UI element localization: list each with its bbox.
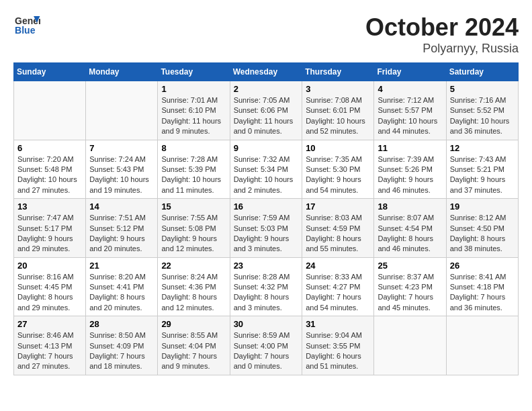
svg-text:Blue: Blue xyxy=(15,25,36,36)
day-number: 28 xyxy=(89,319,154,329)
calendar-cell: 12Sunrise: 7:43 AM Sunset: 5:21 PM Dayli… xyxy=(446,140,518,199)
calendar-cell: 21Sunrise: 8:20 AM Sunset: 4:41 PM Dayli… xyxy=(86,257,158,316)
day-number: 19 xyxy=(450,201,515,212)
calendar-cell: 3Sunrise: 7:08 AM Sunset: 6:01 PM Daylig… xyxy=(302,81,374,140)
day-number: 11 xyxy=(378,143,442,153)
day-info: Sunrise: 9:04 AM Sunset: 3:55 PM Dayligh… xyxy=(306,330,370,372)
calendar-cell xyxy=(14,81,86,140)
calendar-week-5: 27Sunrise: 8:46 AM Sunset: 4:13 PM Dayli… xyxy=(14,316,519,375)
calendar-cell: 18Sunrise: 8:07 AM Sunset: 4:54 PM Dayli… xyxy=(374,199,446,258)
day-number: 10 xyxy=(306,143,370,153)
day-info: Sunrise: 7:39 AM Sunset: 5:26 PM Dayligh… xyxy=(378,154,442,196)
day-info: Sunrise: 7:55 AM Sunset: 5:08 PM Dayligh… xyxy=(161,213,226,255)
calendar-cell: 15Sunrise: 7:55 AM Sunset: 5:08 PM Dayli… xyxy=(158,199,230,258)
day-info: Sunrise: 7:05 AM Sunset: 6:06 PM Dayligh… xyxy=(234,95,299,137)
calendar-cell: 14Sunrise: 7:51 AM Sunset: 5:12 PM Dayli… xyxy=(86,199,158,258)
calendar-cell: 27Sunrise: 8:46 AM Sunset: 4:13 PM Dayli… xyxy=(14,316,86,375)
weekday-header-friday: Friday xyxy=(374,63,446,81)
location-title: Polyarnyy, Russia xyxy=(365,42,519,56)
day-info: Sunrise: 8:41 AM Sunset: 4:18 PM Dayligh… xyxy=(450,272,515,314)
page-header: General Blue General Blue October 2024 P… xyxy=(13,13,519,56)
day-info: Sunrise: 8:03 AM Sunset: 4:59 PM Dayligh… xyxy=(306,213,370,255)
day-info: Sunrise: 8:12 AM Sunset: 4:50 PM Dayligh… xyxy=(450,213,515,255)
day-number: 7 xyxy=(89,143,154,153)
day-info: Sunrise: 8:16 AM Sunset: 4:45 PM Dayligh… xyxy=(17,272,82,314)
logo: General Blue General Blue xyxy=(13,13,42,37)
calendar-cell: 24Sunrise: 8:33 AM Sunset: 4:27 PM Dayli… xyxy=(302,257,374,316)
calendar-cell: 29Sunrise: 8:55 AM Sunset: 4:04 PM Dayli… xyxy=(158,316,230,375)
calendar-week-1: 1Sunrise: 7:01 AM Sunset: 6:10 PM Daylig… xyxy=(14,81,519,140)
calendar-cell: 4Sunrise: 7:12 AM Sunset: 5:57 PM Daylig… xyxy=(374,81,446,140)
weekday-header-wednesday: Wednesday xyxy=(230,63,302,81)
day-number: 27 xyxy=(17,319,82,329)
day-info: Sunrise: 8:20 AM Sunset: 4:41 PM Dayligh… xyxy=(89,272,154,314)
calendar-header: SundayMondayTuesdayWednesdayThursdayFrid… xyxy=(14,63,519,81)
calendar-cell: 5Sunrise: 7:16 AM Sunset: 5:52 PM Daylig… xyxy=(446,81,518,140)
calendar-cell: 22Sunrise: 8:24 AM Sunset: 4:36 PM Dayli… xyxy=(158,257,230,316)
day-info: Sunrise: 8:24 AM Sunset: 4:36 PM Dayligh… xyxy=(161,272,226,314)
calendar-cell: 13Sunrise: 7:47 AM Sunset: 5:17 PM Dayli… xyxy=(14,199,86,258)
day-info: Sunrise: 7:28 AM Sunset: 5:39 PM Dayligh… xyxy=(161,154,226,196)
day-number: 2 xyxy=(234,84,299,94)
calendar-week-3: 13Sunrise: 7:47 AM Sunset: 5:17 PM Dayli… xyxy=(14,199,519,258)
day-number: 25 xyxy=(378,261,442,271)
day-number: 4 xyxy=(378,84,442,94)
calendar-cell: 26Sunrise: 8:41 AM Sunset: 4:18 PM Dayli… xyxy=(446,257,518,316)
day-number: 14 xyxy=(89,201,154,212)
calendar-cell: 25Sunrise: 8:37 AM Sunset: 4:23 PM Dayli… xyxy=(374,257,446,316)
calendar-cell xyxy=(446,316,518,375)
day-number: 23 xyxy=(234,261,299,271)
day-number: 31 xyxy=(306,319,370,329)
day-number: 26 xyxy=(450,261,515,271)
day-info: Sunrise: 8:28 AM Sunset: 4:32 PM Dayligh… xyxy=(234,272,299,314)
day-number: 16 xyxy=(234,201,299,212)
month-title: October 2024 xyxy=(365,13,519,42)
weekday-header-saturday: Saturday xyxy=(446,63,518,81)
calendar-table: SundayMondayTuesdayWednesdayThursdayFrid… xyxy=(13,62,519,375)
day-info: Sunrise: 7:43 AM Sunset: 5:21 PM Dayligh… xyxy=(450,154,515,196)
calendar-cell: 17Sunrise: 8:03 AM Sunset: 4:59 PM Dayli… xyxy=(302,199,374,258)
calendar-cell: 19Sunrise: 8:12 AM Sunset: 4:50 PM Dayli… xyxy=(446,199,518,258)
day-number: 21 xyxy=(89,261,154,271)
calendar-cell: 30Sunrise: 8:59 AM Sunset: 4:00 PM Dayli… xyxy=(230,316,302,375)
day-info: Sunrise: 7:01 AM Sunset: 6:10 PM Dayligh… xyxy=(161,95,226,137)
calendar-cell: 1Sunrise: 7:01 AM Sunset: 6:10 PM Daylig… xyxy=(158,81,230,140)
weekday-header-sunday: Sunday xyxy=(14,63,86,81)
day-number: 30 xyxy=(234,319,299,329)
calendar-cell: 28Sunrise: 8:50 AM Sunset: 4:09 PM Dayli… xyxy=(86,316,158,375)
day-info: Sunrise: 8:55 AM Sunset: 4:04 PM Dayligh… xyxy=(161,330,226,372)
calendar-cell: 2Sunrise: 7:05 AM Sunset: 6:06 PM Daylig… xyxy=(230,81,302,140)
weekday-header-monday: Monday xyxy=(86,63,158,81)
day-info: Sunrise: 8:37 AM Sunset: 4:23 PM Dayligh… xyxy=(378,272,442,314)
day-number: 22 xyxy=(161,261,226,271)
day-info: Sunrise: 7:51 AM Sunset: 5:12 PM Dayligh… xyxy=(89,213,154,255)
calendar-cell xyxy=(374,316,446,375)
calendar-cell: 9Sunrise: 7:32 AM Sunset: 5:34 PM Daylig… xyxy=(230,140,302,199)
day-info: Sunrise: 8:59 AM Sunset: 4:00 PM Dayligh… xyxy=(234,330,299,372)
day-number: 9 xyxy=(234,143,299,153)
calendar-cell: 23Sunrise: 8:28 AM Sunset: 4:32 PM Dayli… xyxy=(230,257,302,316)
day-info: Sunrise: 7:12 AM Sunset: 5:57 PM Dayligh… xyxy=(378,95,442,137)
calendar-cell: 31Sunrise: 9:04 AM Sunset: 3:55 PM Dayli… xyxy=(302,316,374,375)
weekday-header-thursday: Thursday xyxy=(302,63,374,81)
day-info: Sunrise: 7:16 AM Sunset: 5:52 PM Dayligh… xyxy=(450,95,515,137)
day-number: 18 xyxy=(378,201,442,212)
day-number: 5 xyxy=(450,84,515,94)
day-number: 12 xyxy=(450,143,515,153)
day-info: Sunrise: 7:20 AM Sunset: 5:48 PM Dayligh… xyxy=(17,154,82,196)
day-number: 17 xyxy=(306,201,370,212)
day-info: Sunrise: 7:24 AM Sunset: 5:43 PM Dayligh… xyxy=(89,154,154,196)
day-number: 6 xyxy=(17,143,82,153)
title-block: October 2024 Polyarnyy, Russia xyxy=(365,13,519,56)
day-info: Sunrise: 8:33 AM Sunset: 4:27 PM Dayligh… xyxy=(306,272,370,314)
day-number: 13 xyxy=(17,201,82,212)
day-number: 3 xyxy=(306,84,370,94)
calendar-cell: 7Sunrise: 7:24 AM Sunset: 5:43 PM Daylig… xyxy=(86,140,158,199)
day-info: Sunrise: 7:47 AM Sunset: 5:17 PM Dayligh… xyxy=(17,213,82,255)
calendar-cell: 16Sunrise: 7:59 AM Sunset: 5:03 PM Dayli… xyxy=(230,199,302,258)
day-info: Sunrise: 7:08 AM Sunset: 6:01 PM Dayligh… xyxy=(306,95,370,137)
calendar-cell: 11Sunrise: 7:39 AM Sunset: 5:26 PM Dayli… xyxy=(374,140,446,199)
calendar-cell xyxy=(86,81,158,140)
day-info: Sunrise: 7:32 AM Sunset: 5:34 PM Dayligh… xyxy=(234,154,299,196)
day-number: 24 xyxy=(306,261,370,271)
